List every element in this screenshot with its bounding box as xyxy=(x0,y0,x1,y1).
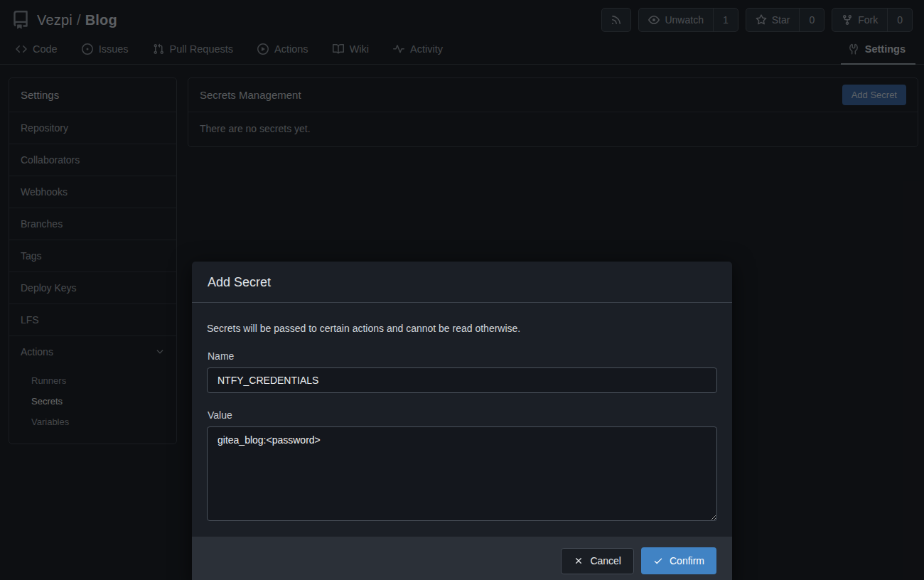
cancel-button[interactable]: Cancel xyxy=(561,548,634,574)
modal-body: Secrets will be passed to certain action… xyxy=(192,303,732,537)
cancel-button-label: Cancel xyxy=(590,555,621,566)
gitea-app: Vezpi/Blog Unwatch 1 xyxy=(0,0,924,580)
add-secret-modal: Add Secret Secrets will be passed to cer… xyxy=(192,262,732,580)
close-icon xyxy=(574,556,584,566)
secret-name-input[interactable] xyxy=(207,367,717,393)
check-icon xyxy=(653,556,663,566)
value-field-label: Value xyxy=(208,409,717,421)
modal-footer: Cancel Confirm xyxy=(192,537,732,580)
modal-title: Add Secret xyxy=(192,262,732,303)
confirm-button[interactable]: Confirm xyxy=(641,547,716,574)
confirm-button-label: Confirm xyxy=(670,555,704,566)
modal-description: Secrets will be passed to certain action… xyxy=(207,323,717,334)
name-field-label: Name xyxy=(208,350,717,362)
secret-value-textarea[interactable]: gitea_blog:<password> xyxy=(207,426,717,521)
